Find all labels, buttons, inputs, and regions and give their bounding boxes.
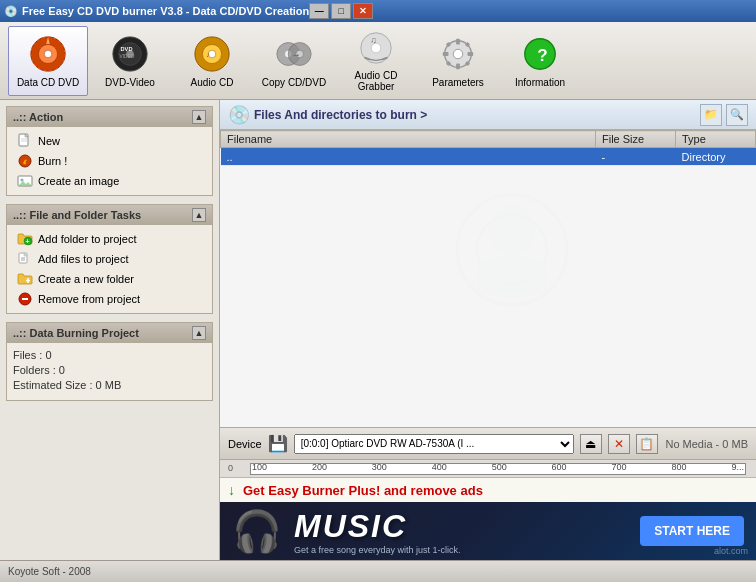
minimize-button[interactable]: — — [309, 3, 329, 19]
sidebar-item-add-folder[interactable]: + Add folder to project — [13, 229, 206, 249]
row-filename: .. — [221, 148, 596, 166]
file-table: Filename File Size Type .. - Directory — [220, 130, 756, 166]
svg-rect-26 — [468, 52, 474, 56]
add-files-icon — [17, 251, 33, 267]
stop-button[interactable]: ✕ — [608, 434, 630, 454]
sidebar-item-remove-label: Remove from project — [38, 293, 140, 305]
device-select[interactable]: [0:0:0] Optiarc DVD RW AD-7530A (I ... — [294, 434, 574, 454]
parameters-icon — [438, 34, 478, 74]
files-header: 💿 Files And directories to burn > 📁 🔍 — [220, 100, 756, 130]
browse-folder-button[interactable]: 📁 — [700, 104, 722, 126]
svg-point-54 — [477, 255, 547, 295]
folders-label: Folders : — [13, 364, 56, 376]
files-stat: Files : 0 — [13, 349, 206, 361]
toolbar-dvd-video[interactable]: DVD VIDEO DVD-Video — [90, 26, 170, 96]
toolbar: Data CD DVD DVD VIDEO DVD-Video ♪ Audio … — [0, 22, 756, 100]
banner-music-text: MUSIC — [294, 508, 461, 545]
sidebar-item-create-image-label: Create an image — [38, 175, 119, 187]
action-section-header: ..:: Action ▲ — [7, 107, 212, 127]
search-button[interactable]: 🔍 — [726, 104, 748, 126]
promo-text: Get Easy Burner Plus! and remove ads — [243, 483, 483, 498]
file-table-wrapper: Filename File Size Type .. - Directory — [220, 130, 756, 427]
sidebar-item-create-image[interactable]: Create an image — [13, 171, 206, 191]
svg-point-53 — [490, 206, 534, 254]
svg-point-22 — [453, 49, 463, 59]
promo-arrow-icon: ↓ — [228, 482, 235, 498]
sidebar-item-add-files[interactable]: Add files to project — [13, 249, 206, 269]
sidebar-item-burn-label: Burn ! — [38, 155, 67, 167]
device-drive-icon: 💾 — [268, 434, 288, 453]
svg-text:→: → — [291, 48, 301, 59]
data-project-section-title: ..:: Data Burning Project — [13, 327, 139, 339]
action-section: ..:: Action ▲ New — [6, 106, 213, 196]
toolbar-information[interactable]: ? Information — [500, 26, 580, 96]
svg-point-51 — [457, 195, 567, 305]
folders-stat: Folders : 0 — [13, 364, 206, 376]
promo-area: ↓ Get Easy Burner Plus! and remove ads — [220, 477, 756, 502]
sidebar-item-burn[interactable]: Burn ! — [13, 151, 206, 171]
sidebar-item-remove[interactable]: Remove from project — [13, 289, 206, 309]
new-icon — [17, 133, 33, 149]
create-folder-icon — [17, 271, 33, 287]
data-project-info: Files : 0 Folders : 0 Estimated Size : 0… — [7, 343, 212, 400]
toolbar-audio-cd[interactable]: ♪ Audio CD — [172, 26, 252, 96]
toolbar-parameters-label: Parameters — [432, 77, 484, 88]
add-folder-icon: + — [17, 231, 33, 247]
progress-track — [250, 463, 746, 475]
data-project-section-collapse[interactable]: ▲ — [192, 326, 206, 340]
data-project-section-header: ..:: Data Burning Project ▲ — [7, 323, 212, 343]
maximize-button[interactable]: □ — [331, 3, 351, 19]
svg-text:VIDEO: VIDEO — [120, 53, 135, 58]
size-label: Estimated Size : — [13, 379, 92, 391]
copy-button[interactable]: 📋 — [636, 434, 658, 454]
remove-icon — [17, 291, 33, 307]
progress-bar-area: 0 100 200 300 400 500 600 700 800 9... — [220, 459, 756, 477]
dvd-video-icon: DVD VIDEO — [110, 34, 150, 74]
information-icon: ? — [520, 34, 560, 74]
filesize-column-header: File Size — [596, 131, 676, 148]
banner-cta-button[interactable]: START HERE — [640, 516, 744, 546]
sidebar-item-create-folder[interactable]: Create a new folder — [13, 269, 206, 289]
row-filesize: - — [596, 148, 676, 166]
file-folder-section-collapse[interactable]: ▲ — [192, 208, 206, 222]
folders-value: 0 — [59, 364, 65, 376]
progress-start: 0 — [228, 463, 233, 473]
status-bar-text: Koyote Soft - 2008 — [8, 566, 91, 577]
sidebar-item-new[interactable]: New — [13, 131, 206, 151]
sidebar-item-add-folder-label: Add folder to project — [38, 233, 136, 245]
svg-text:♪: ♪ — [206, 49, 210, 58]
copy-cd-dvd-icon: → — [274, 34, 314, 74]
type-column-header: Type — [676, 131, 756, 148]
banner: 🎧 MUSIC Get a free song everyday with ju… — [220, 502, 756, 560]
svg-text:DVD: DVD — [121, 46, 133, 52]
eject-button[interactable]: ⏏ — [580, 434, 602, 454]
files-value: 0 — [45, 349, 51, 361]
headphones-icon: 🎧 — [232, 506, 282, 556]
svg-rect-23 — [456, 38, 460, 44]
status-bar: Koyote Soft - 2008 — [0, 560, 756, 582]
toolbar-data-cd-dvd[interactable]: Data CD DVD — [8, 26, 88, 96]
toolbar-audio-cd-grabber[interactable]: ♫ Audio CD Grabber — [336, 26, 416, 96]
action-section-title: ..:: Action — [13, 111, 63, 123]
toolbar-parameters[interactable]: Parameters — [418, 26, 498, 96]
files-header-actions: 📁 🔍 — [700, 104, 748, 126]
sidebar-item-add-files-label: Add files to project — [38, 253, 129, 265]
data-cd-dvd-icon — [28, 34, 68, 74]
sidebar-item-new-label: New — [38, 135, 60, 147]
toolbar-information-label: Information — [515, 77, 565, 88]
size-value: 0 MB — [96, 379, 122, 391]
svg-rect-24 — [456, 63, 460, 69]
action-section-collapse[interactable]: ▲ — [192, 110, 206, 124]
svg-text:+: + — [26, 238, 30, 245]
svg-rect-25 — [443, 52, 449, 56]
title-bar-title: Free Easy CD DVD burner V3.8 - Data CD/D… — [22, 5, 309, 17]
toolbar-dvd-video-label: DVD-Video — [105, 77, 155, 88]
table-row[interactable]: .. - Directory — [221, 148, 756, 166]
disc-icon: 💿 — [228, 104, 250, 126]
toolbar-copy-cd-dvd[interactable]: → Copy CD/DVD — [254, 26, 334, 96]
close-button[interactable]: ✕ — [353, 3, 373, 19]
audio-cd-grabber-icon: ♫ — [356, 29, 396, 67]
sidebar-item-create-folder-label: Create a new folder — [38, 273, 134, 285]
filename-column-header: Filename — [221, 131, 596, 148]
create-image-icon — [17, 173, 33, 189]
